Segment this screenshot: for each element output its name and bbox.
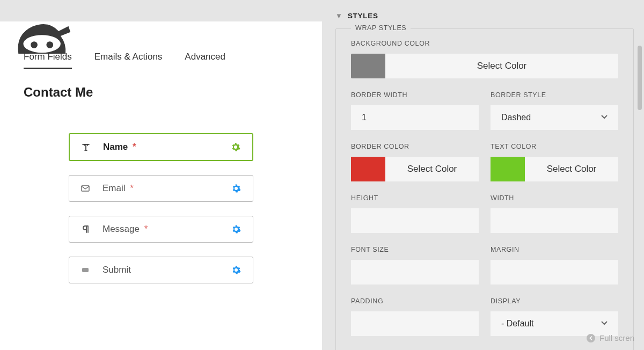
gear-icon[interactable]: [231, 142, 240, 152]
text-color-button[interactable]: Select Color: [525, 157, 618, 181]
svg-point-2: [46, 41, 53, 48]
chevron-down-icon: [600, 318, 609, 329]
border-color-block: BORDER COLOR Select Color: [351, 143, 479, 181]
border-style-block: BORDER STYLE Dashed: [491, 91, 618, 130]
border-color-swatch[interactable]: [351, 157, 385, 181]
field-row-message[interactable]: Message *: [69, 216, 253, 243]
ninja-logo: [12, 19, 74, 54]
full-screen-label: Full scren: [599, 333, 634, 342]
wrap-styles-legend: WRAP STYLES: [351, 24, 411, 32]
styles-section-title: STYLES: [348, 12, 378, 20]
form-title: Contact Me: [0, 69, 322, 100]
gear-icon[interactable]: [231, 184, 241, 193]
background-color-label: BACKGROUND COLOR: [351, 40, 618, 47]
styles-section-header[interactable]: ▼ STYLES: [335, 12, 634, 20]
full-screen-toggle[interactable]: Full scren: [587, 333, 634, 342]
text-color-label: TEXT COLOR: [491, 143, 618, 150]
margin-label: MARGIN: [491, 246, 618, 253]
border-style-value: Dashed: [501, 113, 531, 122]
wrap-styles-fieldset: WRAP STYLES BACKGROUND COLOR Select Colo…: [335, 28, 634, 350]
field-label: Message *: [103, 224, 148, 235]
chevron-down-icon: [600, 112, 609, 123]
border-width-block: BORDER WIDTH: [351, 91, 479, 130]
border-style-select[interactable]: Dashed: [491, 105, 618, 130]
paragraph-icon: [80, 224, 91, 234]
background-color-button[interactable]: Select Color: [385, 54, 618, 78]
field-row-submit[interactable]: Submit: [69, 257, 253, 283]
field-row-email[interactable]: Email *: [69, 175, 253, 202]
tab-emails-actions[interactable]: Emails & Actions: [94, 52, 163, 69]
border-width-input[interactable]: [351, 105, 479, 130]
svg-rect-3: [82, 186, 89, 191]
tab-advanced[interactable]: Advanced: [185, 52, 225, 69]
gear-icon[interactable]: [231, 265, 241, 275]
svg-point-1: [31, 41, 38, 48]
font-size-input[interactable]: [351, 260, 479, 285]
width-block: WIDTH: [491, 194, 618, 233]
field-label: Email *: [103, 183, 134, 194]
button-icon: [80, 265, 91, 275]
text-color-swatch[interactable]: [491, 157, 525, 181]
display-block: DISPLAY - Default: [491, 297, 618, 336]
styles-panel: ▼ STYLES WRAP STYLES BACKGROUND COLOR Se…: [335, 12, 634, 350]
chevron-left-icon: [587, 334, 595, 342]
display-value: - Default: [501, 319, 533, 329]
field-row-name[interactable]: Name *: [69, 133, 253, 161]
height-input[interactable]: [351, 208, 479, 233]
tab-form-fields[interactable]: Form Fields: [24, 52, 72, 69]
background-color-swatch[interactable]: [351, 54, 385, 78]
padding-block: PADDING: [351, 297, 479, 336]
svg-point-0: [23, 35, 60, 53]
scrollbar-thumb[interactable]: [638, 46, 642, 110]
border-style-label: BORDER STYLE: [491, 91, 618, 99]
form-editor-panel: Form Fields Emails & Actions Advanced Co…: [0, 21, 322, 350]
display-label: DISPLAY: [491, 297, 618, 305]
height-block: HEIGHT: [351, 194, 479, 233]
display-select[interactable]: - Default: [491, 311, 618, 336]
border-color-label: BORDER COLOR: [351, 143, 479, 150]
text-color-picker[interactable]: Select Color: [491, 157, 618, 181]
gear-icon[interactable]: [231, 224, 241, 234]
border-width-label: BORDER WIDTH: [351, 91, 479, 99]
padding-input[interactable]: [351, 311, 479, 336]
text-icon: [80, 142, 91, 152]
field-label: Submit: [103, 265, 131, 275]
svg-rect-4: [82, 268, 89, 272]
envelope-icon: [80, 184, 91, 193]
font-size-block: FONT SIZE: [351, 246, 479, 285]
margin-input[interactable]: [491, 260, 618, 285]
field-label: Name *: [103, 142, 136, 152]
border-color-button[interactable]: Select Color: [385, 157, 479, 181]
border-color-picker[interactable]: Select Color: [351, 157, 479, 181]
height-label: HEIGHT: [351, 194, 479, 202]
font-size-label: FONT SIZE: [351, 246, 479, 253]
text-color-block: TEXT COLOR Select Color: [491, 143, 618, 181]
fields-list: Name *Email *Message *Submit: [0, 100, 322, 283]
padding-label: PADDING: [351, 297, 479, 305]
width-input[interactable]: [491, 208, 618, 233]
background-color-block: BACKGROUND COLOR Select Color: [351, 40, 618, 78]
width-label: WIDTH: [491, 194, 618, 202]
background-color-picker[interactable]: Select Color: [351, 54, 618, 78]
collapse-triangle-icon: ▼: [335, 12, 342, 20]
margin-block: MARGIN: [491, 246, 618, 285]
